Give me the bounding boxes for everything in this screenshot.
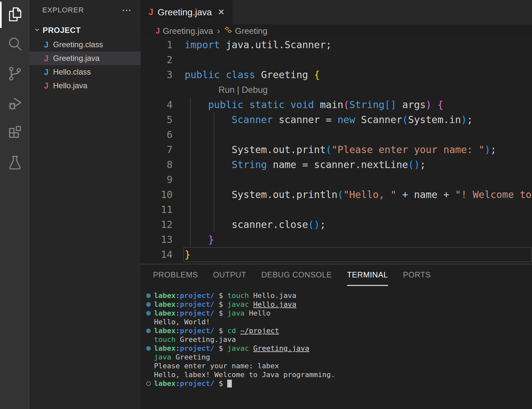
line-number: 5 [141,112,185,127]
prompt-dot-icon [146,291,154,300]
terminal-indent [146,335,154,344]
terminal-text: labex:project/ $ java Hello [154,309,271,317]
code-text: scanner.close(); [185,217,326,232]
code-text: import java.util.Scanner; [185,37,332,52]
chevron-right-icon: › [217,26,220,36]
line-number: 2 [141,52,185,67]
explorer-title: EXPLORER [42,6,122,14]
panel-tab-problems[interactable]: PROBLEMS [153,264,198,286]
breadcrumb-file[interactable]: Greeting.java [163,26,213,36]
tab-bar: J Greeting.java ✕ [141,0,532,24]
terminal-line: Hello, World! [146,317,532,326]
terminal-text: labex:project/ $ javac Greeting.java [154,344,309,353]
activity-testing[interactable] [0,148,30,178]
line-number [141,82,185,97]
terminal-text: labex:project/ $ touch Hello.java [154,291,296,300]
project-section-label: PROJECT [43,26,81,35]
activity-extensions[interactable] [0,119,30,148]
code-line: 13 } [141,232,532,247]
terminal-line: labex:project/ $ [146,379,532,388]
explorer-more-actions-icon[interactable]: ⋯ [122,7,132,13]
panel-tab-debug-console[interactable]: DEBUG CONSOLE [261,264,332,286]
file-label: Hello.class [53,67,91,77]
close-icon[interactable]: ✕ [218,7,225,17]
line-number: 1 [141,37,185,52]
code-text: System.out.print("Please enter your name… [185,142,496,157]
code-line: 10 System.out.println("Hello, " + name +… [141,187,532,202]
line-number: 13 [141,232,185,247]
symbol-class-icon [224,26,232,36]
java-file-icon: J [44,67,53,77]
panel-tab-ports[interactable]: PORTS [403,264,431,286]
terminal-text: java Greeting [154,353,210,361]
code-line: 4 public static void main(String[] args)… [141,97,532,112]
bottom-panel: PROBLEMSOUTPUTDEBUG CONSOLETERMINALPORTS… [141,264,532,409]
project-section-header[interactable]: PROJECT [30,23,141,37]
file-item-greeting.java[interactable]: JGreeting.java [30,51,141,65]
file-label: Greeting.class [53,40,103,49]
panel-tabs: PROBLEMSOUTPUTDEBUG CONSOLETERMINALPORTS [141,264,532,286]
panel-tab-terminal[interactable]: TERMINAL [347,264,388,286]
search-icon [7,36,23,53]
prompt-dot-icon [146,326,154,335]
terminal[interactable]: labex:project/ $ touch Hello.javalabex:p… [141,286,532,409]
line-number: 9 [141,172,185,187]
terminal-line: java Greeting [146,353,532,361]
activity-bar [0,0,30,409]
code-lines: 1import java.util.Scanner;23public class… [141,37,532,262]
activity-explorer[interactable] [0,0,30,30]
terminal-text: labex:project/ $ javac Hello.java [154,300,296,309]
terminal-line: labex:project/ $ cd ~/project [146,326,532,335]
terminal-text: touch Greeting.java [154,335,236,344]
panel-tab-output[interactable]: OUTPUT [213,264,246,286]
explorer-header: EXPLORER ⋯ [30,0,141,20]
code-line: 2 [141,52,532,67]
line-number: 14 [141,247,185,262]
line-number: 12 [141,217,185,232]
terminal-text: Please enter your name: labex [154,361,279,370]
files-icon [7,6,23,24]
prompt-dot-icon [146,309,154,317]
activity-search[interactable] [0,30,30,59]
code-text: public class Greeting { [185,67,320,82]
code-editor[interactable]: 1import java.util.Scanner;23public class… [141,37,532,264]
terminal-line: Hello, labex! Welcome to Java programmin… [146,370,532,379]
code-text: public static void main(String[] args) { [185,97,443,112]
tab-greeting-java[interactable]: J Greeting.java ✕ [141,0,232,24]
file-item-greeting.class[interactable]: JGreeting.class [30,38,141,51]
file-item-hello.class[interactable]: JHello.class [30,65,141,79]
source-control-icon [7,65,23,83]
code-text: } [185,232,214,247]
prompt-dot-icon [146,344,154,353]
java-file-icon: J [44,54,53,63]
terminal-indent [146,361,154,370]
terminal-line: labex:project/ $ javac Greeting.java [146,344,532,353]
activity-source-control[interactable] [0,59,30,89]
file-label: Greeting.java [53,54,100,63]
breadcrumb-symbol[interactable]: Greeting [235,26,268,36]
chevron-down-icon [34,26,41,35]
code-text: String name = scanner.nextLine(); [185,157,426,172]
code-line: 9 [141,172,532,187]
code-line: 8 String name = scanner.nextLine(); [141,157,532,172]
terminal-line: labex:project/ $ javac Hello.java [146,300,532,309]
terminal-indent [146,353,154,361]
activity-run-debug[interactable] [0,89,30,119]
file-list: JGreeting.classJGreeting.javaJHello.clas… [30,38,141,92]
indent-guide [214,112,214,232]
active-indicator [0,2,2,28]
code-line: 3public class Greeting { [141,67,532,82]
vscode-window: EXPLORER ⋯ PROJECT JGreeting.classJGreet… [0,0,532,409]
code-line: 11 [141,202,532,217]
line-number: 6 [141,127,185,142]
explorer-sidebar: EXPLORER ⋯ PROJECT JGreeting.classJGreet… [30,0,141,409]
terminal-text: labex:project/ $ cd ~/project [154,326,279,335]
java-file-icon: J [44,81,53,91]
terminal-indent [146,370,154,379]
run-debug-codelens[interactable]: Run | Debug [218,82,268,97]
code-line: 12 scanner.close(); [141,217,532,232]
prompt-dot-icon [146,379,154,388]
file-item-hello.java[interactable]: JHello.java [30,79,141,92]
extensions-icon [7,125,23,142]
code-line: 7 System.out.print("Please enter your na… [141,142,532,157]
